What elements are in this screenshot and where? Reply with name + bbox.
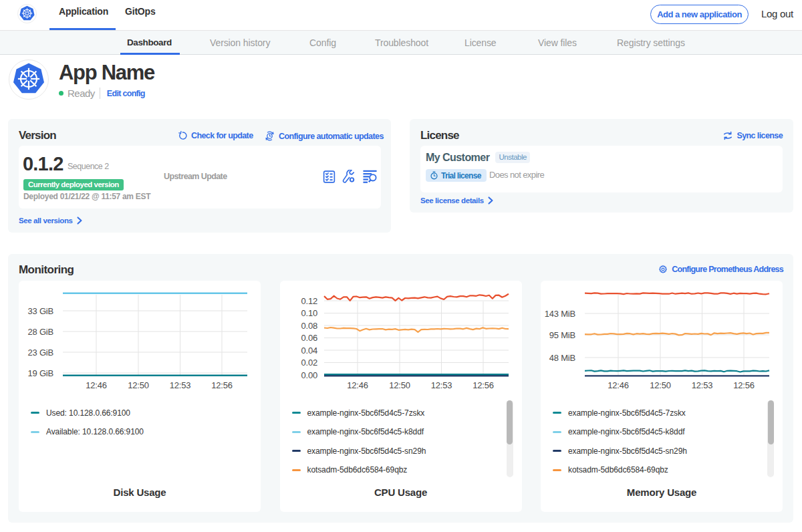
svg-text:12:46: 12:46 [608, 380, 629, 390]
svg-text:33 GiB: 33 GiB [27, 306, 53, 316]
svg-text:12:53: 12:53 [430, 380, 452, 390]
svg-text:12:56: 12:56 [733, 380, 755, 390]
svg-text:19 GiB: 19 GiB [27, 368, 53, 378]
svg-text:0.08: 0.08 [301, 321, 317, 331]
svg-text:0.12: 0.12 [301, 296, 317, 306]
svg-text:143 MiB: 143 MiB [545, 309, 575, 319]
svg-text:0.06: 0.06 [301, 333, 317, 343]
svg-text:12:53: 12:53 [692, 380, 713, 390]
svg-text:28 GiB: 28 GiB [27, 327, 53, 337]
svg-text:12:50: 12:50 [389, 380, 410, 390]
svg-text:0.02: 0.02 [301, 358, 317, 368]
svg-text:12:46: 12:46 [86, 380, 107, 390]
svg-text:12:53: 12:53 [170, 380, 191, 390]
svg-text:12:46: 12:46 [347, 380, 368, 390]
svg-text:95 MiB: 95 MiB [549, 330, 575, 340]
svg-text:0.04: 0.04 [301, 346, 317, 356]
svg-text:12:50: 12:50 [128, 380, 149, 390]
svg-text:23 GiB: 23 GiB [27, 348, 53, 358]
svg-text:12:50: 12:50 [650, 380, 671, 390]
svg-text:48 MiB: 48 MiB [549, 353, 575, 363]
svg-text:0.10: 0.10 [301, 308, 317, 318]
svg-text:12:56: 12:56 [473, 380, 494, 390]
svg-text:0.00: 0.00 [301, 370, 317, 380]
svg-text:12:56: 12:56 [211, 380, 233, 390]
